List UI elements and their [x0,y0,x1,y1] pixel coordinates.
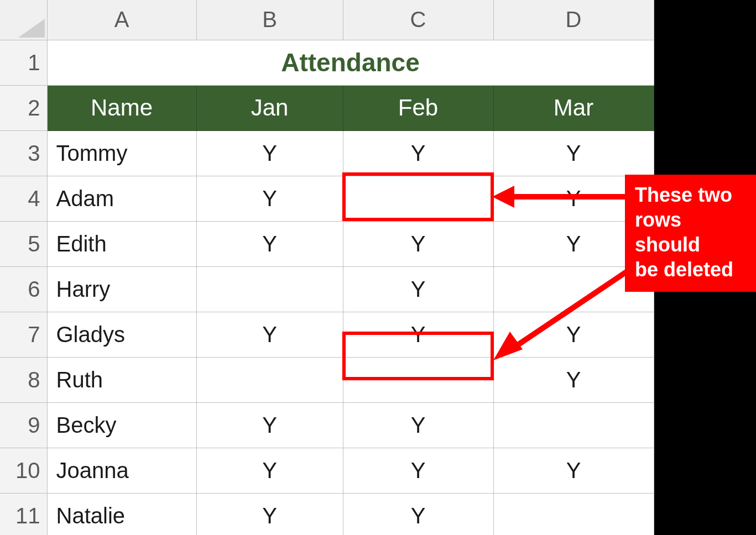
row-header-11[interactable]: 11 [0,493,47,535]
col-header-A[interactable]: A [47,0,196,40]
cell-feb[interactable]: Y [343,266,493,312]
cell-feb[interactable]: Y [343,448,493,493]
cell-jan[interactable]: Y [196,493,343,535]
select-all-corner[interactable] [0,0,47,40]
table-row: 7 Gladys Y Y Y [0,312,654,357]
cell-jan[interactable] [196,266,343,312]
cell-name[interactable]: Adam [47,176,196,221]
table-row: 5 Edith Y Y Y [0,221,654,266]
cell-feb[interactable]: Y [343,130,493,176]
cell-name[interactable]: Ruth [47,357,196,402]
cell-mar[interactable]: Y [493,130,654,176]
table-row: 8 Ruth Y [0,357,654,402]
cell-name[interactable]: Natalie [47,493,196,535]
cell-feb[interactable]: Y [343,221,493,266]
col-header-B[interactable]: B [196,0,343,40]
table-row: 11 Natalie Y Y [0,493,654,535]
table-row: 6 Harry Y [0,266,654,312]
cell-name[interactable]: Gladys [47,312,196,357]
header-feb[interactable]: Feb [343,85,493,130]
cell-feb[interactable] [343,357,493,402]
cell-name[interactable]: Edith [47,221,196,266]
row-header-3[interactable]: 3 [0,130,47,176]
cell-name[interactable]: Tommy [47,130,196,176]
callout-line: These two [635,182,746,207]
row-1: 1 Attendance [0,40,654,85]
row-header-8[interactable]: 8 [0,357,47,402]
cell-feb[interactable] [343,176,493,221]
cell-mar[interactable]: Y [493,448,654,493]
cell-feb[interactable]: Y [343,493,493,535]
row-header-5[interactable]: 5 [0,221,47,266]
cell-feb[interactable]: Y [343,312,493,357]
callout-box: These two rows should be deleted [625,175,756,292]
cell-jan[interactable]: Y [196,402,343,448]
cell-mar[interactable] [493,493,654,535]
row-2: 2 Name Jan Feb Mar [0,85,654,130]
cell-name[interactable]: Harry [47,266,196,312]
row-header-6[interactable]: 6 [0,266,47,312]
cell-mar[interactable]: Y [493,312,654,357]
spreadsheet-grid[interactable]: A B C D 1 Attendance 2 Name Jan Feb Mar … [0,0,654,535]
row-header-7[interactable]: 7 [0,312,47,357]
header-mar[interactable]: Mar [493,85,654,130]
cell-jan[interactable] [196,357,343,402]
header-name[interactable]: Name [47,85,196,130]
cell-jan[interactable]: Y [196,130,343,176]
col-header-D[interactable]: D [493,0,654,40]
cell-name[interactable]: Joanna [47,448,196,493]
cell-feb[interactable]: Y [343,402,493,448]
col-header-C[interactable]: C [343,0,493,40]
row-header-10[interactable]: 10 [0,448,47,493]
table-row: 9 Becky Y Y [0,402,654,448]
callout-line: be deleted [635,257,746,282]
cell-jan[interactable]: Y [196,448,343,493]
corner-triangle-icon [18,19,45,38]
row-header-1[interactable]: 1 [0,40,47,85]
cell-mar[interactable]: Y [493,357,654,402]
table-row: 4 Adam Y Y [0,176,654,221]
row-header-4[interactable]: 4 [0,176,47,221]
cell-name[interactable]: Becky [47,402,196,448]
cell-jan[interactable]: Y [196,312,343,357]
row-header-9[interactable]: 9 [0,402,47,448]
table-row: 3 Tommy Y Y Y [0,130,654,176]
header-jan[interactable]: Jan [196,85,343,130]
cell-jan[interactable]: Y [196,221,343,266]
title-cell[interactable]: Attendance [47,40,654,85]
cell-jan[interactable]: Y [196,176,343,221]
callout-line: rows should [635,207,746,257]
cell-mar[interactable] [493,402,654,448]
table-row: 10 Joanna Y Y Y [0,448,654,493]
row-header-2[interactable]: 2 [0,85,47,130]
column-header-row: A B C D [0,0,654,40]
